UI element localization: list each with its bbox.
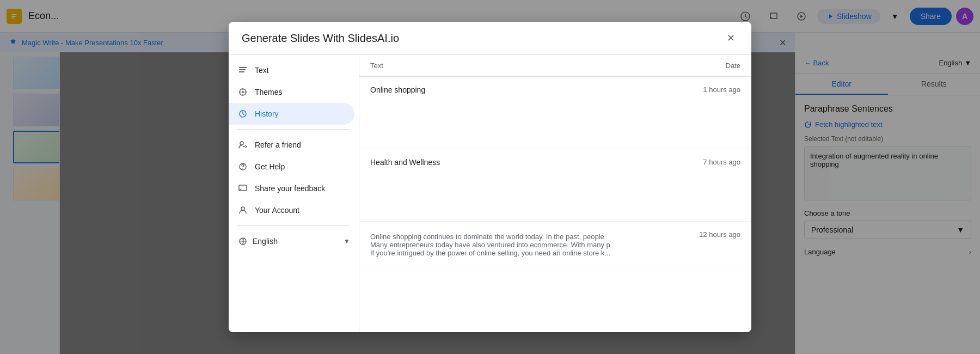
account-icon xyxy=(237,205,248,216)
history-time-1: 1 hours ago xyxy=(703,86,740,94)
history-body-1 xyxy=(370,96,675,140)
history-time-2: 7 hours ago xyxy=(703,158,740,166)
modal-close-button[interactable]: ✕ xyxy=(723,30,738,46)
svg-point-16 xyxy=(241,207,244,210)
text-icon xyxy=(237,65,248,76)
svg-point-10 xyxy=(242,91,244,93)
modal-body: Text Themes xyxy=(229,55,751,332)
history-title-2: Health and Wellness xyxy=(370,158,740,167)
content-header: Text Date xyxy=(359,55,751,77)
svg-rect-6 xyxy=(239,67,247,68)
language-expand-icon: ▼ xyxy=(344,237,350,245)
sidebar-account-label: Your Account xyxy=(255,206,299,215)
svg-rect-8 xyxy=(239,71,244,72)
sidebar-divider-2 xyxy=(237,225,350,226)
sidebar-item-text[interactable]: Text xyxy=(229,59,354,81)
sidebar-help-label: Get Help xyxy=(255,162,285,171)
sidebar-history-label: History xyxy=(255,109,279,118)
history-item-1[interactable]: Online shopping 1 hours ago xyxy=(359,77,751,149)
globe-icon xyxy=(237,236,248,247)
col-text-label: Text xyxy=(370,62,383,70)
sidebar-divider xyxy=(237,129,350,130)
help-icon xyxy=(237,161,248,172)
feedback-icon xyxy=(237,183,248,194)
sidebar-text-label: Text xyxy=(255,66,269,75)
svg-point-14 xyxy=(242,168,243,169)
history-item-3[interactable]: Online shopping continues to dominate th… xyxy=(359,222,751,266)
history-time-3: 12 hours ago xyxy=(699,230,740,239)
col-date-label: Date xyxy=(726,62,740,70)
modal-title: Generate Slides With SlidesAI.io xyxy=(242,32,399,45)
themes-icon xyxy=(237,87,248,97)
sidebar-item-help[interactable]: Get Help xyxy=(229,156,354,178)
sidebar-item-themes[interactable]: Themes xyxy=(229,81,354,103)
modal-content: Text Date Online shopping 1 hours ago He… xyxy=(359,55,751,332)
sidebar-item-refer[interactable]: Refer a friend xyxy=(229,134,354,156)
history-title-1: Online shopping xyxy=(370,86,740,94)
history-icon xyxy=(237,108,248,119)
sidebar-item-history[interactable]: History xyxy=(229,103,354,125)
svg-rect-7 xyxy=(239,69,246,70)
modal-overlay: Generate Slides With SlidesAI.io ✕ Text xyxy=(0,0,980,354)
history-body-2 xyxy=(370,169,675,212)
sidebar-language[interactable]: English ▼ xyxy=(229,230,359,252)
sidebar-feedback-label: Share your feedback xyxy=(255,184,325,193)
modal: Generate Slides With SlidesAI.io ✕ Text xyxy=(229,22,751,332)
content-scroll[interactable]: Online shopping 1 hours ago Health and W… xyxy=(359,77,751,332)
sidebar-themes-label: Themes xyxy=(255,88,283,96)
history-body-3: Online shopping continues to dominate th… xyxy=(370,233,675,257)
sidebar-item-account[interactable]: Your Account xyxy=(229,199,354,221)
history-item-2[interactable]: Health and Wellness 7 hours ago xyxy=(359,149,751,222)
modal-sidebar: Text Themes xyxy=(229,55,359,332)
modal-header: Generate Slides With SlidesAI.io ✕ xyxy=(229,22,751,55)
sidebar-item-feedback[interactable]: Share your feedback xyxy=(229,178,354,199)
refer-icon xyxy=(237,139,248,150)
sidebar-language-label: English xyxy=(253,237,278,246)
sidebar-refer-label: Refer a friend xyxy=(255,141,301,149)
svg-point-12 xyxy=(240,142,243,145)
